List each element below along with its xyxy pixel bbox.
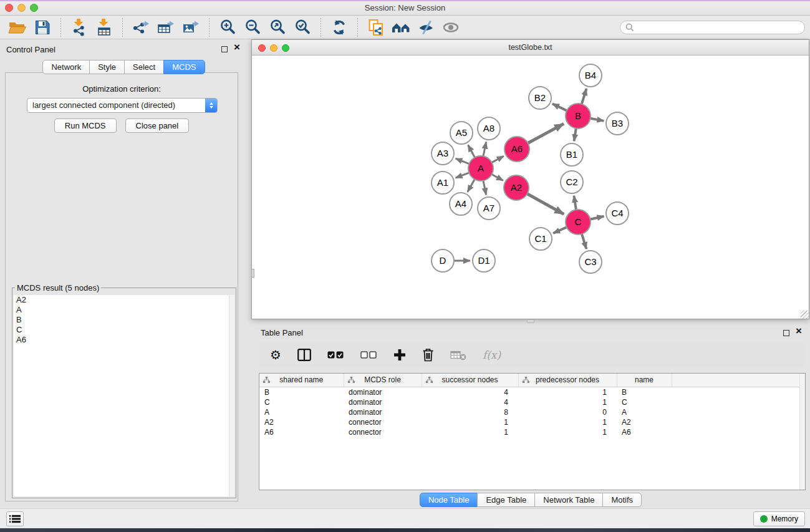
node-C[interactable]: C: [566, 210, 591, 235]
table-row-b[interactable]: Bdominator41B: [259, 387, 805, 397]
node-B1[interactable]: B1: [561, 143, 583, 166]
tab-motifs[interactable]: Motifs: [602, 493, 642, 507]
import-network-button[interactable]: [69, 17, 90, 38]
session-search[interactable]: [620, 21, 805, 34]
function-icon: f(x): [483, 349, 501, 361]
node-A[interactable]: A: [468, 156, 493, 181]
table-row-a[interactable]: Adominator80A: [259, 407, 805, 417]
close-panel-button[interactable]: ×: [234, 42, 240, 52]
delete-columns-button[interactable]: [422, 346, 434, 364]
floppy-disk-icon: [34, 19, 51, 36]
mcds-result-item-a[interactable]: A: [14, 305, 234, 315]
float-table-panel-button[interactable]: [783, 330, 789, 336]
desktop-edge: [0, 0, 810, 1]
node-D[interactable]: D: [432, 249, 454, 272]
node-B3[interactable]: B3: [606, 112, 629, 135]
tab-style[interactable]: Style: [89, 60, 125, 74]
tab-mcds[interactable]: MCDS: [163, 60, 205, 74]
table-row-c[interactable]: Cdominator41C: [259, 397, 805, 407]
node-B[interactable]: B: [566, 104, 591, 128]
close-panel-action-button[interactable]: Close panel: [125, 118, 190, 133]
node-C1[interactable]: C1: [529, 228, 552, 250]
column-header-successor-nodes[interactable]: successor nodes: [422, 374, 518, 387]
node-A6[interactable]: A6: [504, 137, 529, 162]
new-network-icon: [368, 19, 384, 36]
table-row-a6[interactable]: A6connector11A6: [259, 427, 805, 437]
table-settings-button[interactable]: ⚙: [270, 346, 281, 364]
window-resize-corner[interactable]: [801, 311, 809, 319]
run-mcds-button[interactable]: Run MCDS: [54, 118, 117, 133]
tab-node-table[interactable]: Node Table: [420, 493, 478, 507]
show-all-button[interactable]: [440, 17, 461, 38]
tab-network-table[interactable]: Network Table: [534, 493, 603, 507]
zoom-selected-button[interactable]: [292, 17, 313, 38]
first-neighbors-button[interactable]: [390, 17, 412, 38]
zoom-fit-button[interactable]: [267, 17, 288, 38]
node-D1[interactable]: D1: [473, 249, 495, 272]
zoom-out-button[interactable]: [242, 17, 263, 38]
export-table-button[interactable]: [155, 17, 176, 38]
delete-table-button[interactable]: [450, 346, 466, 364]
zoom-in-button[interactable]: [217, 17, 238, 38]
node-A2[interactable]: A2: [504, 175, 529, 200]
node-C4[interactable]: C4: [606, 202, 629, 225]
table-panel-tabs: Node TableEdge TableNetwork TableMotifs: [251, 493, 810, 507]
hide-selected-button[interactable]: [415, 17, 436, 38]
column-header-name[interactable]: name: [617, 374, 672, 387]
desktop-background-strip: [0, 528, 810, 532]
memory-button[interactable]: Memory: [753, 511, 805, 526]
export-image-icon: [182, 19, 200, 36]
result-scrollbar[interactable]: [229, 295, 234, 496]
node-A3[interactable]: A3: [432, 142, 454, 165]
export-network-button[interactable]: [130, 17, 152, 38]
node-A5[interactable]: A5: [450, 122, 473, 144]
table-scrollbar[interactable]: [799, 374, 805, 490]
status-list-button[interactable]: [6, 511, 24, 526]
mcds-result-list[interactable]: A2ABCA6: [14, 295, 234, 496]
svg-text:A4: A4: [455, 198, 466, 209]
criterion-dropdown[interactable]: largest connected component (directed): [27, 98, 218, 113]
column-header-shared-name[interactable]: shared name: [259, 374, 344, 387]
node-A8[interactable]: A8: [478, 117, 500, 140]
close-table-panel-button[interactable]: ×: [796, 326, 802, 336]
open-session-button[interactable]: [7, 17, 28, 38]
network-window-titlebar[interactable]: testGlobe.txt: [252, 40, 809, 56]
search-input[interactable]: [637, 23, 799, 32]
tab-select[interactable]: Select: [124, 60, 164, 74]
dropdown-stepper-icon: [205, 99, 217, 112]
node-B2[interactable]: B2: [529, 87, 551, 109]
apply-layout-button[interactable]: [329, 17, 350, 38]
tab-network[interactable]: Network: [42, 60, 90, 74]
window-left-resize-handle[interactable]: [251, 269, 254, 278]
mcds-result-item-b[interactable]: B: [14, 315, 234, 325]
mcds-result-item-a2[interactable]: A2: [14, 295, 234, 305]
mcds-result-item-c[interactable]: C: [14, 325, 234, 335]
node-B4[interactable]: B4: [579, 64, 602, 87]
node-A4[interactable]: A4: [450, 193, 472, 215]
node-C2[interactable]: C2: [561, 171, 583, 193]
import-table-button[interactable]: [94, 17, 115, 38]
unselect-all-columns-button[interactable]: [360, 346, 377, 364]
column-header-MCDS-role[interactable]: MCDS role: [344, 374, 422, 387]
node-A1[interactable]: A1: [432, 172, 454, 194]
create-column-button[interactable]: [393, 346, 406, 364]
new-network-from-selection-button[interactable]: [365, 17, 387, 38]
function-builder-button[interactable]: f(x): [483, 346, 501, 364]
svg-text:C: C: [575, 216, 582, 227]
svg-text:B3: B3: [612, 118, 623, 128]
save-session-button[interactable]: [32, 17, 53, 38]
float-panel-button[interactable]: [221, 46, 228, 52]
svg-text:B4: B4: [585, 70, 596, 80]
main-toolbar: [0, 16, 810, 39]
node-C3[interactable]: C3: [579, 251, 602, 273]
tab-edge-table[interactable]: Edge Table: [477, 493, 535, 507]
split-panel-button[interactable]: [297, 346, 311, 364]
export-image-button[interactable]: [180, 17, 201, 38]
mcds-result-item-a6[interactable]: A6: [14, 335, 234, 345]
node-A7[interactable]: A7: [478, 197, 500, 220]
table-row-a2[interactable]: A2connector11A2: [259, 417, 805, 427]
toolbar-separator: [357, 18, 358, 37]
column-header-predecessor-nodes[interactable]: predecessor nodes: [518, 374, 617, 387]
network-graph-canvas[interactable]: AA1A2A3A4A5A6A7A8BB1B2B3B4CC1C2C3C4DD1: [252, 56, 809, 319]
select-all-columns-button[interactable]: [327, 346, 344, 364]
